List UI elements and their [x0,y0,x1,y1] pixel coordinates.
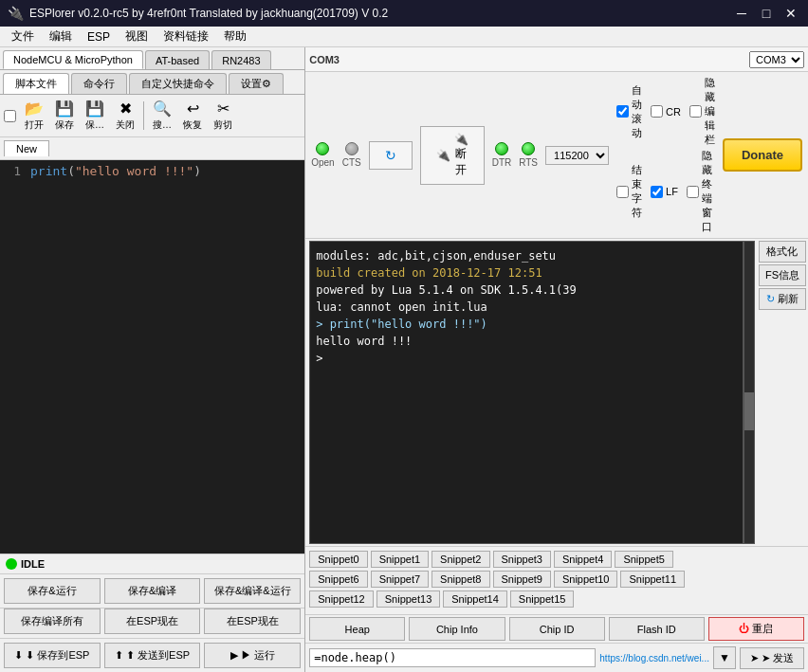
heap-button[interactable]: Heap [309,617,405,641]
menu-edit[interactable]: 编辑 [42,27,80,46]
scrollbar-thumb[interactable] [744,392,754,430]
cut-button[interactable]: ✂ 剪切 [209,98,237,134]
menu-esp[interactable]: ESP [80,28,118,45]
refresh-fs-button[interactable]: ↻ 刷新 [759,288,806,310]
format-button[interactable]: 格式化 [759,241,806,263]
bottom-buttons-row1: 保存&运行 保存&编译 保存&编译&运行 [0,573,304,608]
save-to-esp-button[interactable]: ⬇ ⬇ 保存到ESP [4,643,101,668]
cts-led [345,142,358,155]
send-icon: ➤ [750,652,759,664]
restart-button[interactable]: ⏻ 重启 [708,617,804,641]
save-as-button[interactable]: 💾 保… [81,98,109,134]
save-button[interactable]: 💾 保存 [50,98,79,134]
tab-rn2483[interactable]: RN2483 [211,50,270,69]
snippet-8[interactable]: Snippet8 [432,571,489,588]
snippet-4[interactable]: Snippet4 [554,551,612,568]
idle-badge: IDLE [6,558,45,570]
baud-select[interactable]: 115200 9600 19200 38400 57600 230400 [545,146,609,165]
refresh-button[interactable]: ↻ [369,141,413,170]
refresh-icon: ↻ [385,148,396,163]
menu-file[interactable]: 文件 [4,27,42,46]
scroll-down-button[interactable]: ▼ [713,646,736,669]
close-button[interactable]: ✕ [781,4,800,23]
save-compile-run-button[interactable]: 保存&编译&运行 [204,578,301,604]
cr-checkbox[interactable] [651,105,663,118]
terminal-line: build created on 2018-12-17 12:51 [316,264,737,282]
checkbox-select[interactable] [4,110,16,122]
chip-id-button[interactable]: Chip ID [509,617,605,641]
snippet-15[interactable]: Snippet15 [510,590,575,608]
fs-info-button[interactable]: FS信息 [759,264,806,286]
disconnect-button[interactable]: 🔌 🔌 断开 [420,126,485,185]
save-all-button[interactable]: 保存编译所有 [4,608,101,634]
end-str-checkbox[interactable] [616,186,629,198]
open-button[interactable]: 📂 打开 [20,98,48,134]
open-led [316,142,329,155]
auto-scroll-checkbox[interactable] [616,105,629,118]
menu-datalink[interactable]: 资料链接 [156,27,216,46]
hide-titlebar-checkbox[interactable] [689,105,702,118]
on-esp-now-button2[interactable]: 在ESP现在 [204,608,301,634]
snippet-2[interactable]: Snippet2 [432,551,489,568]
chip-info-button[interactable]: Chip Info [409,617,505,641]
send-to-esp-button[interactable]: ⬆ ⬆ 发送到ESP [104,643,201,668]
dtr-label: DTR [492,157,512,168]
minimize-button[interactable]: ─ [732,4,751,23]
tab-nodemcu[interactable]: NodeMCU & MicroPython [3,50,143,69]
new-tab-label[interactable]: New [4,140,49,156]
flash-id-button[interactable]: Flash ID [609,617,705,641]
hide-term-checkbox[interactable] [687,186,699,198]
maximize-button[interactable]: □ [757,4,776,23]
code-content[interactable]: print("hello word !!!") [30,164,301,550]
snippet-12[interactable]: Snippet12 [309,590,374,608]
app-title: ESPlorer v0.2.0-rc5 by 4refr0nt Translat… [29,7,388,20]
snippet-13[interactable]: Snippet13 [376,590,441,608]
donate-button[interactable]: Donate [723,138,802,172]
subtab-script[interactable]: 脚本文件 [3,73,69,94]
tab-atbased[interactable]: AT-based [145,50,210,69]
com-select[interactable]: COM3 [749,51,804,68]
snippet-9[interactable]: Snippet9 [493,571,551,588]
close-file-button[interactable]: ✖ 关闭 [111,98,139,134]
bottom-buttons-row2: 保存编译所有 在ESP现在 在ESP现在 [0,608,304,638]
snippet-7[interactable]: Snippet7 [371,571,429,588]
code-editor[interactable]: 1 print("hello word !!!") [0,160,304,554]
blog-link[interactable]: https://blog.csdn.net/wei... [599,653,709,663]
snippet-5[interactable]: Snippet5 [615,551,672,568]
save-run-button[interactable]: 保存&运行 [4,578,101,604]
on-esp-now-button[interactable]: 在ESP现在 [104,608,201,634]
snippet-1[interactable]: Snippet1 [371,551,429,568]
terminal-input[interactable] [309,648,596,667]
right-side-buttons: 格式化 FS信息 ↻ 刷新 [757,239,808,546]
new-tab-area: New [0,137,304,160]
cts-group: CTS [342,142,361,168]
snippet-0[interactable]: Snippet0 [309,551,367,568]
snippet-14[interactable]: Snippet14 [443,590,507,608]
menu-help[interactable]: 帮助 [216,27,254,46]
snippet-11[interactable]: Snippet11 [620,571,685,588]
hide-term-label: 隐藏终端窗口 [702,149,715,234]
code-line-1: print("hello word !!!") [30,164,301,178]
snippet-10[interactable]: Snippet10 [554,571,618,588]
lf-checkbox[interactable] [651,186,663,198]
undo-icon: ↩ [187,100,199,118]
scrollbar-track[interactable] [744,241,755,544]
terminal-line: > [316,350,737,367]
terminal[interactable]: modules: adc,bit,cjson,enduser_setubuild… [309,241,744,544]
subtab-shortcuts[interactable]: 自定义快捷命令 [129,73,227,94]
menu-view[interactable]: 视图 [118,27,156,46]
search-button[interactable]: 🔍 搜… [148,98,176,134]
rts-group: RTS [519,142,538,168]
subtab-cmd[interactable]: 命令行 [71,73,127,94]
snippet-3[interactable]: Snippet3 [493,551,551,568]
save-compile-button[interactable]: 保存&编译 [104,578,201,604]
terminal-line: modules: adc,bit,cjson,enduser_setu [316,247,737,264]
hide-titlebar-label: 隐藏编辑栏 [705,76,715,147]
subtab-settings[interactable]: 设置⚙ [229,73,284,94]
line-numbers: 1 [4,164,21,550]
right-panel: COM3 COM3 Open CTS ↻ 🔌 🔌 断开 [305,47,808,672]
snippet-6[interactable]: Snippet6 [309,571,367,588]
undo-button[interactable]: ↩ 恢复 [178,98,207,134]
run-button[interactable]: ▶ ▶ 运行 [204,643,301,668]
send-button[interactable]: ➤ ➤ 发送 [740,647,804,669]
